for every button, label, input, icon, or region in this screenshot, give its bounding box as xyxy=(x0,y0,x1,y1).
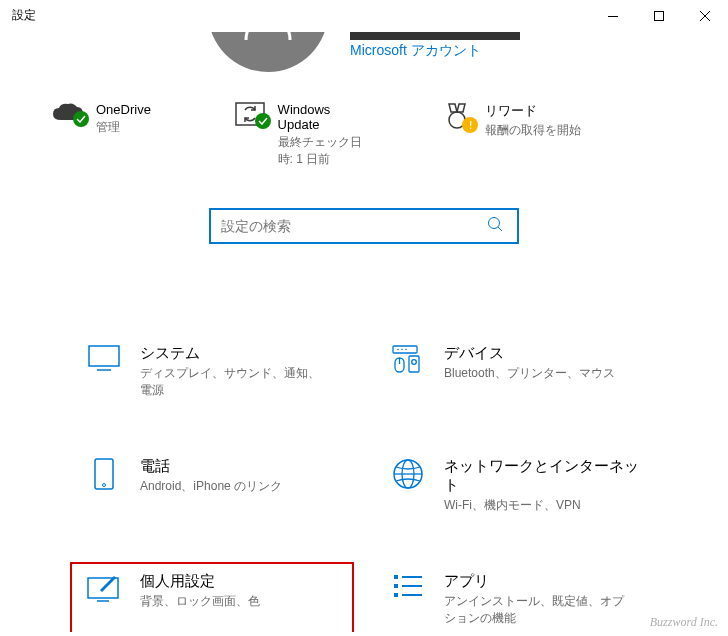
windows-update-status[interactable]: Windows Update 最終チェック日時: 1 日前 xyxy=(232,102,370,168)
category-personalization[interactable]: 個人用設定 背景、ロック画面、色 xyxy=(70,562,354,632)
svg-line-8 xyxy=(498,227,502,231)
svg-rect-0 xyxy=(608,16,618,17)
close-icon xyxy=(700,11,710,21)
window-controls xyxy=(590,0,728,32)
category-title: アプリ xyxy=(444,572,624,591)
category-devices[interactable]: デバイス Bluetooth、プリンター、マウス xyxy=(374,334,658,409)
search-icon xyxy=(487,216,503,232)
status-row: OneDrive 管理 Windows Update 最終チェック日時: 1 日… xyxy=(40,102,688,168)
minimize-icon xyxy=(608,16,618,17)
svg-rect-6 xyxy=(470,128,471,129)
svg-rect-9 xyxy=(89,346,119,366)
category-sub: Android、iPhone のリンク xyxy=(140,478,282,495)
check-badge-icon xyxy=(73,111,89,127)
svg-rect-11 xyxy=(393,346,417,353)
svg-rect-26 xyxy=(394,575,398,579)
svg-point-13 xyxy=(401,349,403,351)
window-title: 設定 xyxy=(12,7,36,24)
svg-rect-19 xyxy=(95,459,113,489)
personalization-icon xyxy=(86,572,122,602)
avatar-icon xyxy=(238,32,298,42)
avatar xyxy=(208,32,328,72)
alert-badge-icon xyxy=(462,117,478,133)
watermark: Buzzword Inc. xyxy=(650,615,718,630)
svg-rect-1 xyxy=(655,12,664,21)
onedrive-status[interactable]: OneDrive 管理 xyxy=(50,102,207,168)
category-sub: ディスプレイ、サウンド、通知、電源 xyxy=(140,365,320,399)
svg-rect-5 xyxy=(470,121,471,126)
category-network[interactable]: ネットワークとインターネット Wi-Fi、機内モード、VPN xyxy=(374,447,658,524)
update-title: Windows Update xyxy=(278,102,370,132)
svg-point-14 xyxy=(405,349,407,351)
category-title: システム xyxy=(140,344,320,363)
svg-point-12 xyxy=(397,349,399,351)
maximize-icon xyxy=(654,11,664,21)
category-title: ネットワークとインターネット xyxy=(444,457,644,495)
maximize-button[interactable] xyxy=(636,0,682,32)
svg-point-20 xyxy=(103,484,106,487)
search-input[interactable] xyxy=(221,218,487,234)
account-name-redacted xyxy=(350,32,520,40)
category-sub: Bluetooth、プリンター、マウス xyxy=(444,365,615,382)
microsoft-account-link[interactable]: Microsoft アカウント xyxy=(350,42,520,60)
phone-icon xyxy=(93,457,115,491)
rewards-title: リワード xyxy=(485,102,581,120)
svg-point-7 xyxy=(489,218,500,229)
devices-icon xyxy=(391,344,425,374)
category-title: デバイス xyxy=(444,344,615,363)
category-sub: 背景、ロック画面、色 xyxy=(140,593,260,610)
svg-rect-27 xyxy=(394,584,398,588)
onedrive-sub: 管理 xyxy=(96,119,151,136)
svg-point-16 xyxy=(412,360,417,365)
update-sub: 最終チェック日時: 1 日前 xyxy=(278,134,370,168)
rewards-status[interactable]: リワード 報酬の取得を開始 xyxy=(439,102,678,168)
close-button[interactable] xyxy=(682,0,728,32)
svg-rect-28 xyxy=(394,593,398,597)
rewards-sub: 報酬の取得を開始 xyxy=(485,122,581,139)
globe-icon xyxy=(391,457,425,491)
category-phone[interactable]: 電話 Android、iPhone のリンク xyxy=(70,447,354,524)
minimize-button[interactable] xyxy=(590,0,636,32)
category-apps[interactable]: アプリ アンインストール、既定値、オプションの機能 xyxy=(374,562,658,632)
onedrive-title: OneDrive xyxy=(96,102,151,117)
apps-icon xyxy=(392,572,424,600)
category-grid: システム ディスプレイ、サウンド、通知、電源 デバイス Bluetooth、プリ… xyxy=(40,334,688,632)
system-icon xyxy=(87,344,121,372)
search-box[interactable] xyxy=(209,208,519,244)
profile-area: Microsoft アカウント xyxy=(40,32,688,72)
category-sub: Wi-Fi、機内モード、VPN xyxy=(444,497,624,514)
category-title: 電話 xyxy=(140,457,282,476)
check-badge-icon xyxy=(255,113,271,129)
category-sub: アンインストール、既定値、オプションの機能 xyxy=(444,593,624,627)
category-system[interactable]: システム ディスプレイ、サウンド、通知、電源 xyxy=(70,334,354,409)
category-title: 個人用設定 xyxy=(140,572,260,591)
